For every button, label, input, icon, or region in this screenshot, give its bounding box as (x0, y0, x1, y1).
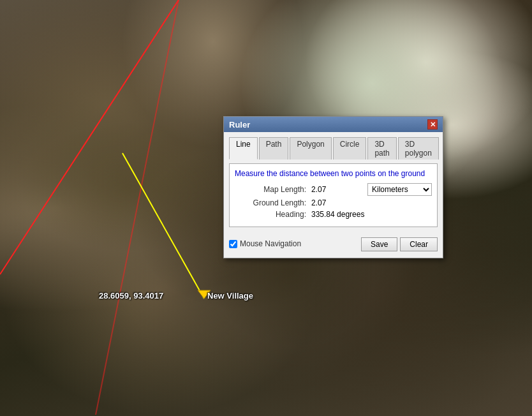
dialog-title: Ruler (229, 120, 250, 130)
heading-value: 335.84 degrees (311, 210, 432, 219)
ground-length-value: 2.07 (311, 198, 432, 207)
map-length-value: 2.07 (311, 185, 365, 194)
map-length-row: Map Length: 2.07 Kilometers Miles Meters… (235, 183, 432, 196)
heading-row: Heading: 335.84 degrees (235, 210, 432, 219)
mouse-nav-checkbox[interactable] (229, 240, 237, 248)
village-label: New Village (207, 291, 253, 301)
tab-line[interactable]: Line (229, 137, 258, 160)
heading-label: Heading: (235, 210, 311, 219)
dialog-close-button[interactable]: ✕ (427, 119, 438, 130)
dialog-content: Line Path Polygon Circle 3D path 3D poly… (224, 132, 443, 258)
tab-circle[interactable]: Circle (333, 137, 367, 160)
mouse-nav-row: Mouse Navigation (229, 239, 301, 248)
dialog-buttons: Save Clear (361, 237, 438, 251)
bottom-row: Mouse Navigation Save Clear (229, 231, 438, 253)
tab-3dpolygon[interactable]: 3D polygon (398, 137, 439, 160)
unit-selector[interactable]: Kilometers Miles Meters Feet Yards Nauti… (367, 183, 432, 196)
dialog-titlebar: Ruler ✕ (224, 117, 443, 132)
ruler-dialog: Ruler ✕ Line Path Polygon Circle 3D path… (223, 116, 443, 258)
mouse-nav-label: Mouse Navigation (240, 239, 301, 248)
ground-length-label: Ground Length: (235, 198, 311, 207)
tab-path[interactable]: Path (259, 137, 289, 160)
save-button[interactable]: Save (361, 237, 397, 251)
tab-content-line: Measure the distance between two points … (229, 163, 438, 227)
description-text: Measure the distance between two points … (235, 169, 432, 178)
clear-button[interactable]: Clear (400, 237, 438, 251)
tab-3dpath[interactable]: 3D path (367, 137, 396, 160)
tab-bar: Line Path Polygon Circle 3D path 3D poly… (229, 137, 438, 160)
tab-polygon[interactable]: Polygon (290, 137, 331, 160)
ground-length-row: Ground Length: 2.07 (235, 198, 432, 207)
map-length-label: Map Length: (235, 185, 311, 194)
coordinate-label: 28.6059, 93.4017 (99, 291, 163, 301)
